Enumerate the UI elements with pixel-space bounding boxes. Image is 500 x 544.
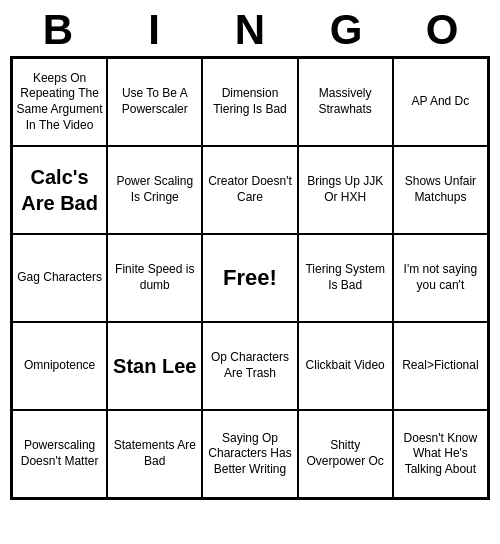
cell-r1-c3: Brings Up JJK Or HXH [298, 146, 393, 234]
cell-r4-c4: Doesn't Know What He's Talking About [393, 410, 488, 498]
cell-r1-c4: Shows Unfair Matchups [393, 146, 488, 234]
bingo-grid: Keeps On Repeating The Same Argument In … [10, 56, 490, 500]
bingo-card: BINGO Keeps On Repeating The Same Argume… [10, 6, 490, 500]
cell-r0-c2: Dimension Tiering Is Bad [202, 58, 297, 146]
cell-r3-c4: Real>Fictional [393, 322, 488, 410]
cell-r0-c3: Massively Strawhats [298, 58, 393, 146]
bingo-letter-i: I [110, 6, 198, 54]
cell-r0-c0: Keeps On Repeating The Same Argument In … [12, 58, 107, 146]
cell-r3-c1: Stan Lee [107, 322, 202, 410]
cell-r1-c0: Calc's Are Bad [12, 146, 107, 234]
bingo-letter-o: O [398, 6, 486, 54]
cell-r3-c0: Omnipotence [12, 322, 107, 410]
cell-r2-c2: Free! [202, 234, 297, 322]
bingo-letter-g: G [302, 6, 390, 54]
cell-r2-c3: Tiering System Is Bad [298, 234, 393, 322]
cell-r3-c2: Op Characters Are Trash [202, 322, 297, 410]
bingo-letter-b: B [14, 6, 102, 54]
cell-r0-c4: AP And Dc [393, 58, 488, 146]
cell-r0-c1: Use To Be A Powerscaler [107, 58, 202, 146]
cell-r2-c0: Gag Characters [12, 234, 107, 322]
cell-r4-c1: Statements Are Bad [107, 410, 202, 498]
cell-r4-c2: Saying Op Characters Has Better Writing [202, 410, 297, 498]
bingo-letter-n: N [206, 6, 294, 54]
bingo-header: BINGO [10, 6, 490, 54]
cell-r4-c3: Shitty Overpower Oc [298, 410, 393, 498]
cell-r1-c1: Power Scaling Is Cringe [107, 146, 202, 234]
cell-r4-c0: Powerscaling Doesn't Matter [12, 410, 107, 498]
cell-r3-c3: Clickbait Video [298, 322, 393, 410]
cell-r2-c1: Finite Speed is dumb [107, 234, 202, 322]
cell-r2-c4: I'm not saying you can't [393, 234, 488, 322]
cell-r1-c2: Creator Doesn't Care [202, 146, 297, 234]
